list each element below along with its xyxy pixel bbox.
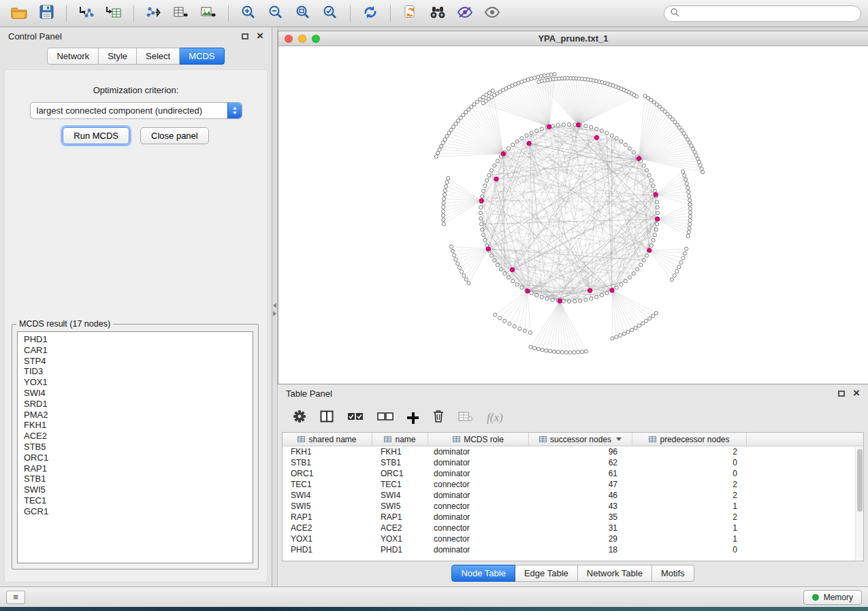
table-row[interactable]: YOX1YOX1connector291 bbox=[283, 533, 863, 544]
desktop-background-strip bbox=[0, 607, 868, 611]
column-header-name[interactable]: name bbox=[372, 433, 428, 446]
mcds-result-item[interactable]: STP4 bbox=[18, 356, 253, 367]
table-row[interactable]: PHD1PHD1dominator180 bbox=[283, 544, 863, 555]
mcds-result-item[interactable]: PMA2 bbox=[18, 410, 253, 420]
splitter-collapse-icons[interactable] bbox=[273, 303, 276, 316]
search-network-button[interactable] bbox=[425, 3, 450, 24]
graphics-details-button[interactable] bbox=[453, 3, 477, 24]
export-network-button[interactable] bbox=[142, 3, 166, 24]
open-in-cloud-button[interactable] bbox=[398, 3, 423, 24]
table-row[interactable]: TEC1TEC1connector472 bbox=[283, 479, 863, 490]
table-row[interactable]: SWI5SWI5connector431 bbox=[283, 501, 863, 512]
mcds-result-item[interactable]: YOX1 bbox=[18, 377, 253, 388]
table-cell: 1 bbox=[632, 501, 747, 511]
mcds-result-item[interactable]: SWI4 bbox=[18, 388, 253, 399]
table-row[interactable]: STB1STB1dominator620 bbox=[283, 457, 863, 468]
scrollbar-thumb[interactable] bbox=[857, 449, 863, 512]
tab-select[interactable]: Select bbox=[137, 48, 180, 65]
close-panel-button[interactable]: Close panel bbox=[140, 127, 209, 144]
mcds-result-item[interactable]: TID3 bbox=[18, 366, 253, 377]
column-header-successor-nodes[interactable]: successor nodes bbox=[529, 433, 632, 446]
collapse-left-icon[interactable] bbox=[273, 303, 276, 308]
tab-node-table[interactable]: Node Table bbox=[451, 565, 515, 582]
search-field[interactable] bbox=[664, 5, 861, 22]
tab-edge-table[interactable]: Edge Table bbox=[515, 565, 578, 582]
mcds-result-item[interactable]: ORC1 bbox=[18, 452, 253, 463]
table-row[interactable]: SWI4SWI4dominator462 bbox=[283, 490, 863, 501]
mcds-result-item[interactable]: SRD1 bbox=[18, 399, 253, 410]
tab-style[interactable]: Style bbox=[99, 48, 137, 65]
save-session-button[interactable] bbox=[34, 3, 59, 24]
mcds-result-item[interactable]: TEC1 bbox=[18, 495, 253, 506]
float-table-panel-icon[interactable] bbox=[838, 391, 845, 397]
open-file-button[interactable] bbox=[7, 3, 31, 24]
column-header-mcds-role[interactable]: MCDS role bbox=[428, 433, 529, 446]
delete-column-button[interactable] bbox=[432, 410, 445, 426]
apply-layout-button[interactable] bbox=[358, 3, 383, 24]
run-mcds-button[interactable]: Run MCDS bbox=[63, 127, 129, 144]
zoom-selected-button[interactable] bbox=[318, 3, 342, 24]
add-column-button[interactable] bbox=[407, 412, 419, 424]
search-icon bbox=[670, 7, 679, 20]
table-cell: STB1 bbox=[283, 458, 372, 467]
import-table-button[interactable] bbox=[101, 3, 126, 24]
show-graphics-button[interactable] bbox=[480, 3, 504, 24]
collapse-right-icon[interactable] bbox=[273, 311, 276, 316]
window-close-button[interactable] bbox=[285, 35, 293, 43]
criterion-dropdown[interactable]: largest connected component (undirected) bbox=[30, 102, 242, 119]
table-row[interactable]: ACE2ACE2connector311 bbox=[283, 523, 863, 533]
column-type-icon bbox=[298, 436, 305, 442]
mcds-result-item[interactable]: SWI5 bbox=[18, 484, 253, 495]
select-all-button[interactable] bbox=[347, 411, 364, 425]
export-table-button[interactable] bbox=[169, 3, 193, 24]
float-panel-icon[interactable] bbox=[242, 33, 248, 39]
zoom-fit-button[interactable] bbox=[291, 3, 315, 24]
window-maximize-button[interactable] bbox=[312, 35, 320, 43]
mcds-result-list[interactable]: PHD1CAR1STP4TID3YOX1SWI4SRD1PMA2FKH1ACE2… bbox=[17, 331, 253, 563]
tab-network[interactable]: Network bbox=[47, 48, 99, 65]
column-header-shared-name[interactable]: shared name bbox=[283, 433, 372, 446]
network-window-titlebar[interactable]: YPA_prune.txt_1 bbox=[278, 31, 868, 46]
mcds-result-item[interactable]: FKH1 bbox=[18, 420, 253, 431]
network-canvas[interactable] bbox=[278, 46, 868, 384]
import-network-button[interactable] bbox=[74, 3, 99, 24]
memory-button[interactable]: Memory bbox=[803, 590, 862, 605]
mcds-result-item[interactable]: CAR1 bbox=[18, 345, 253, 356]
mcds-result-item[interactable]: ACE2 bbox=[18, 431, 253, 442]
import-table-icon bbox=[106, 5, 122, 22]
network-nodes[interactable] bbox=[434, 73, 704, 354]
table-settings-button[interactable] bbox=[293, 410, 306, 426]
mcds-result-item[interactable]: STB1 bbox=[18, 474, 253, 484]
tab-motifs[interactable]: Motifs bbox=[652, 565, 694, 582]
mcds-result-item[interactable]: RAP1 bbox=[18, 463, 253, 474]
table-row[interactable]: FKH1FKH1dominator962 bbox=[283, 446, 863, 457]
table-cell: 29 bbox=[529, 534, 632, 544]
close-panel-icon[interactable]: × bbox=[257, 32, 263, 40]
table-cell: 2 bbox=[632, 512, 747, 522]
table-row[interactable]: RAP1RAP1dominator352 bbox=[283, 512, 863, 523]
tab-mcds[interactable]: MCDS bbox=[180, 48, 224, 65]
table-cell: FKH1 bbox=[372, 447, 428, 457]
status-menu-button[interactable]: ≡ bbox=[6, 591, 25, 604]
zoom-in-button[interactable] bbox=[236, 3, 261, 24]
deselect-all-button[interactable] bbox=[377, 411, 393, 425]
panel-splitter[interactable] bbox=[272, 27, 278, 587]
zoom-out-button[interactable] bbox=[263, 3, 288, 24]
column-header-predecessor-nodes[interactable]: predecessor nodes bbox=[632, 433, 747, 446]
tab-network-table[interactable]: Network Table bbox=[578, 565, 652, 582]
close-table-panel-icon[interactable]: × bbox=[853, 389, 860, 397]
mcds-result-item[interactable]: PHD1 bbox=[18, 334, 253, 345]
export-image-button[interactable] bbox=[196, 3, 221, 24]
mcds-result-item[interactable]: GCR1 bbox=[18, 506, 253, 517]
table-cell: dominator bbox=[428, 447, 529, 457]
table-row[interactable]: ORC1ORC1dominator610 bbox=[283, 468, 863, 479]
window-minimize-button[interactable] bbox=[298, 35, 306, 43]
criterion-dropdown-value: largest connected component (undirected) bbox=[37, 105, 203, 116]
search-input[interactable] bbox=[684, 9, 855, 18]
mcds-result-item[interactable]: STB5 bbox=[18, 442, 253, 452]
table-vertical-scrollbar[interactable] bbox=[855, 447, 863, 561]
mcds-result-title: MCDS result (17 nodes) bbox=[16, 319, 113, 329]
function-builder-button[interactable]: f(x) bbox=[487, 411, 503, 425]
toggle-columns-button[interactable] bbox=[320, 410, 334, 425]
delete-table-button[interactable] bbox=[458, 411, 473, 425]
